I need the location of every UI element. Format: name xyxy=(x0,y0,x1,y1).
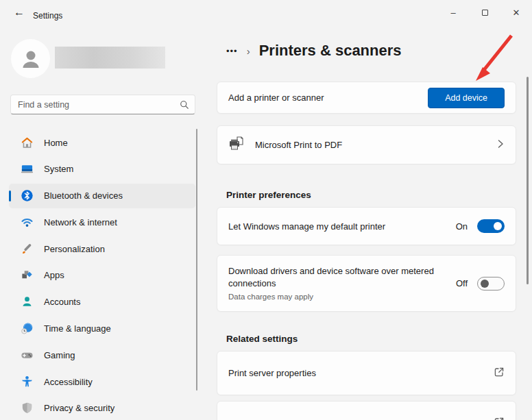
troubleshoot-row[interactable]: Troubleshoot xyxy=(217,401,516,420)
system-icon xyxy=(21,162,34,175)
window-controls: – ✕ xyxy=(437,0,532,25)
sidebar-item-label: Accounts xyxy=(44,297,80,307)
network-icon xyxy=(21,216,34,229)
printer-row-ms-print-to-pdf[interactable]: Microsoft Print to PDF xyxy=(217,125,516,164)
user-name-redacted xyxy=(55,47,165,69)
accounts-icon xyxy=(21,295,34,308)
sidebar-item-system[interactable]: System xyxy=(9,157,195,182)
maximize-button[interactable] xyxy=(469,0,500,25)
sidebar-item-label: Accessibility xyxy=(44,377,93,387)
sidebar-item-accessibility[interactable]: Accessibility xyxy=(9,369,195,394)
metered-connections-toggle[interactable] xyxy=(477,277,505,291)
sidebar-item-time-language[interactable]: Time & language xyxy=(9,317,195,341)
sidebar-item-network-internet[interactable]: Network & internet xyxy=(9,210,195,234)
section-related-settings: Related settings xyxy=(226,334,298,344)
breadcrumb-ellipsis-button[interactable]: ••• xyxy=(226,46,238,56)
minimize-button[interactable]: – xyxy=(437,0,469,25)
sidebar-item-home[interactable]: Home xyxy=(9,130,195,155)
sidebar-item-label: Network & internet xyxy=(44,217,117,227)
personalization-icon xyxy=(21,243,34,256)
home-icon xyxy=(21,136,34,149)
privacy-icon xyxy=(21,402,34,415)
default-printer-card: Let Windows manage my default printer On xyxy=(217,207,516,245)
search-icon xyxy=(180,100,189,110)
sidebar-scrollbar[interactable] xyxy=(196,129,197,391)
add-printer-card: Add a printer or scanner Add device xyxy=(217,82,516,114)
default-printer-toggle[interactable] xyxy=(477,219,505,233)
sidebar-item-privacy-security[interactable]: Privacy & security xyxy=(9,396,195,420)
metered-connections-label: Download drivers and device software ove… xyxy=(228,266,434,288)
red-annotation-arrow xyxy=(466,30,521,88)
add-printer-label: Add a printer or scanner xyxy=(228,92,324,103)
breadcrumb: ••• › Printers & scanners xyxy=(226,39,402,62)
add-device-button[interactable]: Add device xyxy=(428,88,505,108)
close-button[interactable]: ✕ xyxy=(500,0,532,25)
breadcrumb-separator-icon: › xyxy=(247,45,250,57)
sidebar-item-personalization[interactable]: Personalization xyxy=(9,236,195,261)
metered-connections-sublabel: Data charges may apply xyxy=(228,291,455,303)
section-printer-preferences: Printer preferences xyxy=(226,190,311,200)
person-icon xyxy=(19,47,43,71)
printer-icon xyxy=(228,136,245,153)
page-title: Printers & scanners xyxy=(259,42,402,60)
sidebar-item-label: Apps xyxy=(44,270,64,280)
window-title: Settings xyxy=(33,11,62,21)
bluetooth-icon xyxy=(21,189,34,202)
apps-icon xyxy=(21,269,34,282)
minimize-icon: – xyxy=(450,8,455,18)
sidebar-item-label: Time & language xyxy=(44,323,111,334)
maximize-icon xyxy=(482,10,488,16)
metered-connections-card: Download drivers and device software ove… xyxy=(217,255,516,312)
sidebar-item-accounts[interactable]: Accounts xyxy=(9,290,195,314)
sidebar-item-label: Privacy & security xyxy=(44,403,114,413)
avatar[interactable] xyxy=(11,39,50,78)
gaming-icon xyxy=(21,349,34,362)
time-language-icon xyxy=(21,322,34,335)
external-link-icon xyxy=(494,417,505,420)
search-box[interactable] xyxy=(10,95,195,114)
print-server-properties-label: Print server properties xyxy=(228,368,316,378)
sidebar-item-label: Gaming xyxy=(44,350,75,360)
chevron-right-icon xyxy=(496,139,505,151)
toggle-state-text: Off xyxy=(456,278,468,288)
print-server-properties-row[interactable]: Print server properties xyxy=(217,351,516,395)
toggle-state-text: On xyxy=(456,221,468,232)
sidebar-item-apps[interactable]: Apps xyxy=(9,263,195,288)
sidebar-item-bluetooth-devices[interactable]: Bluetooth & devices xyxy=(9,184,195,208)
sidebar-item-label: Personalization xyxy=(44,244,105,254)
sidebar-item-label: Home xyxy=(44,138,68,148)
main-scrollbar[interactable] xyxy=(527,77,529,284)
close-icon: ✕ xyxy=(513,8,520,18)
search-input[interactable] xyxy=(18,100,180,110)
default-printer-label: Let Windows manage my default printer xyxy=(228,221,385,232)
printer-name: Microsoft Print to PDF xyxy=(255,140,342,150)
back-arrow-icon: ← xyxy=(14,6,25,18)
titlebar: ← Settings – ✕ xyxy=(0,0,532,25)
sidebar-nav: Home System Bluetooth & devices xyxy=(9,130,195,420)
back-button[interactable]: ← xyxy=(10,4,29,21)
accessibility-icon xyxy=(21,375,34,388)
sidebar-item-gaming[interactable]: Gaming xyxy=(9,343,195,367)
sidebar-item-label: Bluetooth & devices xyxy=(44,190,123,201)
sidebar-item-label: System xyxy=(44,164,73,174)
external-link-icon xyxy=(494,367,505,380)
